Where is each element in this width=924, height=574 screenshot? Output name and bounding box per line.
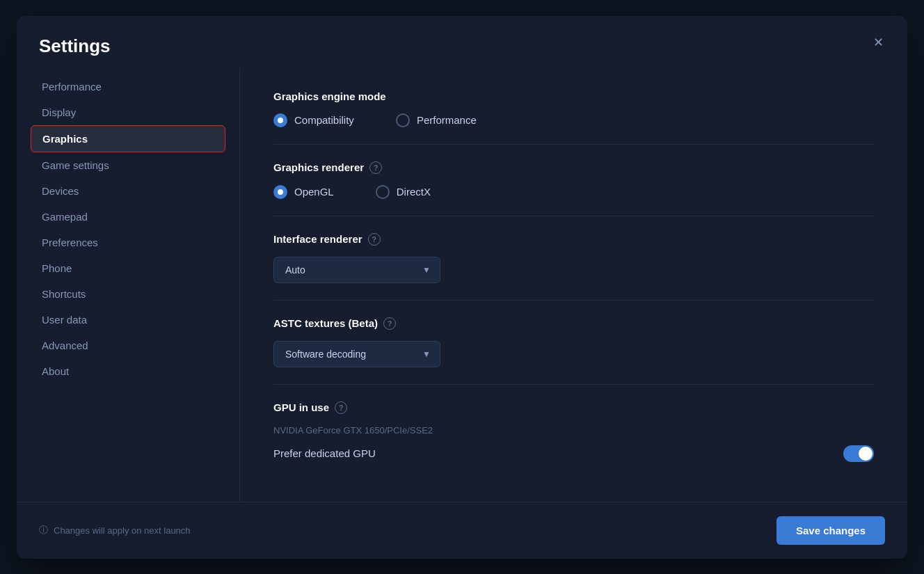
select-astc-textures[interactable]: Software decodingHardware decodingDisabl… <box>273 341 440 367</box>
section-interface-renderer: Interface renderer?AutoOpenGLDirectX▼ <box>273 216 874 301</box>
radio-label-directx: DirectX <box>397 186 431 198</box>
prefer-dedicated-toggle[interactable] <box>843 445 874 462</box>
help-icon[interactable]: ? <box>368 233 381 246</box>
select-wrapper-interface-renderer: AutoOpenGLDirectX▼ <box>273 257 440 283</box>
sidebar-item-preferences[interactable]: Preferences <box>31 230 225 255</box>
content-area: Graphics engine modeCompatibilityPerform… <box>239 68 907 502</box>
sidebar-item-performance[interactable]: Performance <box>31 74 225 99</box>
section-title-gpu-in-use: GPU in use? <box>273 401 874 414</box>
footer-note: ⓘ Changes will apply on next launch <box>39 524 191 536</box>
radio-group-engine-mode: CompatibilityPerformance <box>273 113 874 127</box>
page-title: Settings <box>39 35 885 57</box>
section-astc-textures: ASTC textures (Beta)?Software decodingHa… <box>273 301 874 385</box>
sidebar-item-devices[interactable]: Devices <box>31 178 225 204</box>
radio-option-directx[interactable]: DirectX <box>376 185 431 199</box>
save-button[interactable]: Save changes <box>776 516 885 545</box>
sidebar-item-gamepad[interactable]: Gamepad <box>31 204 225 230</box>
footer-note-text: Changes will apply on next launch <box>54 525 191 536</box>
sidebar-item-graphics[interactable]: Graphics <box>31 125 225 152</box>
close-icon: ✕ <box>873 35 884 50</box>
section-title-interface-renderer: Interface renderer? <box>273 233 874 246</box>
gpu-name: NVIDIA GeForce GTX 1650/PCIe/SSE2 <box>273 425 874 436</box>
help-icon[interactable]: ? <box>335 401 347 414</box>
help-icon[interactable]: ? <box>369 161 382 174</box>
radio-option-compatibility[interactable]: Compatibility <box>273 113 354 127</box>
prefer-dedicated-label: Prefer dedicated GPU <box>273 447 376 459</box>
footer: ⓘ Changes will apply on next launch Save… <box>17 502 907 559</box>
radio-group-graphics-renderer: OpenGLDirectX <box>273 185 874 199</box>
sidebar: PerformanceDisplayGraphicsGame settingsD… <box>17 68 239 502</box>
section-graphics-renderer: Graphics renderer?OpenGLDirectX <box>273 145 874 216</box>
radio-circle-opengl <box>273 185 287 199</box>
section-engine-mode: Graphics engine modeCompatibilityPerform… <box>273 74 874 145</box>
sidebar-item-phone[interactable]: Phone <box>31 255 225 281</box>
sidebar-item-shortcuts[interactable]: Shortcuts <box>31 281 225 307</box>
title-bar: Settings ✕ <box>17 16 907 68</box>
select-wrapper-astc-textures: Software decodingHardware decodingDisabl… <box>273 341 440 367</box>
sidebar-item-about[interactable]: About <box>31 358 225 384</box>
radio-option-opengl[interactable]: OpenGL <box>273 185 334 199</box>
settings-window: Settings ✕ PerformanceDisplayGraphicsGam… <box>17 16 907 559</box>
radio-circle-performance <box>396 113 410 127</box>
section-title-astc-textures: ASTC textures (Beta)? <box>273 317 874 330</box>
info-icon: ⓘ <box>39 524 48 536</box>
radio-label-compatibility: Compatibility <box>294 114 354 126</box>
close-button[interactable]: ✕ <box>868 33 888 52</box>
sidebar-item-advanced[interactable]: Advanced <box>31 333 225 358</box>
sidebar-item-game-settings[interactable]: Game settings <box>31 152 225 178</box>
section-title-graphics-renderer: Graphics renderer? <box>273 161 874 174</box>
sidebar-item-user-data[interactable]: User data <box>31 307 225 333</box>
section-title-engine-mode: Graphics engine mode <box>273 90 874 102</box>
radio-circle-directx <box>376 185 390 199</box>
radio-label-opengl: OpenGL <box>294 186 334 198</box>
body: PerformanceDisplayGraphicsGame settingsD… <box>17 68 907 502</box>
section-gpu-in-use: GPU in use?NVIDIA GeForce GTX 1650/PCIe/… <box>273 385 874 479</box>
radio-label-performance: Performance <box>417 114 477 126</box>
sidebar-item-display[interactable]: Display <box>31 99 225 125</box>
select-interface-renderer[interactable]: AutoOpenGLDirectX <box>273 257 440 283</box>
radio-option-performance[interactable]: Performance <box>396 113 477 127</box>
gpu-row: Prefer dedicated GPU <box>273 445 874 462</box>
help-icon[interactable]: ? <box>383 317 396 330</box>
radio-circle-compatibility <box>273 113 287 127</box>
